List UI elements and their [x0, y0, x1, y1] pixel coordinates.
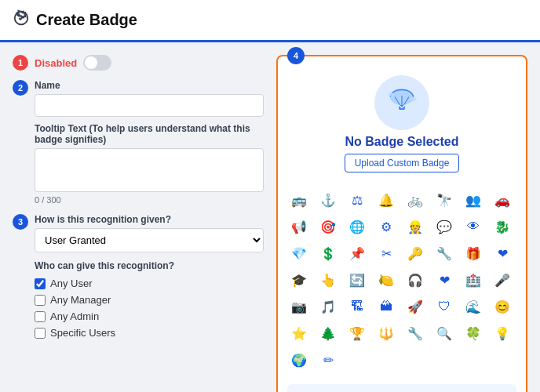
icon-chat[interactable]: 💬 [432, 215, 456, 238]
icon-trophy[interactable]: 🏆 [345, 321, 369, 345]
checkbox-any-manager-input[interactable] [35, 295, 46, 306]
checkbox-specific-users-label: Specific Users [50, 327, 115, 339]
recognition-select[interactable]: User Granted Auto Granted [35, 228, 264, 252]
disabled-toggle[interactable] [83, 55, 111, 71]
upload-badge-button[interactable]: Upload Custom Badge [345, 154, 460, 172]
icon-car[interactable]: 🚗 [491, 188, 514, 212]
icon-eye[interactable]: 👁 [462, 215, 485, 238]
checkbox-specific-users-input[interactable] [35, 328, 46, 339]
icon-globe2[interactable]: 🌍 [287, 348, 311, 372]
tooltip-label: Tooltip Text (To help users understand w… [35, 123, 264, 145]
badge-panel: 4 [276, 55, 527, 392]
icon-pin[interactable]: 📌 [345, 241, 369, 265]
step4-badge: 4 [287, 47, 305, 64]
icon-bulb[interactable]: 💡 [491, 321, 514, 345]
checkbox-any-manager[interactable]: Any Manager [35, 294, 264, 306]
recognition-label: How is this recognition given? [35, 214, 264, 225]
icon-globe[interactable]: 🌐 [345, 215, 369, 238]
who-group: Who can give this recognition? Any User … [35, 260, 264, 339]
name-label: Name [35, 80, 264, 91]
icon-mountain[interactable]: 🏔 [374, 295, 398, 318]
icon-dragon[interactable]: 🐉 [491, 215, 514, 238]
icon-anchor[interactable]: ⚓ [316, 188, 340, 212]
checkbox-any-user-label: Any User [50, 278, 92, 289]
step1-section: 1 Disabled [13, 55, 264, 71]
tooltip-input[interactable] [35, 148, 264, 192]
icon-wrench[interactable]: 🔧 [432, 241, 456, 265]
checkbox-any-user[interactable]: Any User [35, 278, 264, 289]
disabled-label: Disabled [35, 57, 77, 69]
step1-badge: 1 [13, 55, 28, 71]
icon-headphone[interactable]: 🎧 [403, 268, 427, 292]
step3-badge: 3 [13, 214, 28, 230]
tooltip-group: Tooltip Text (To help users understand w… [35, 123, 264, 205]
icon-music[interactable]: 🎵 [316, 295, 340, 318]
icon-gift[interactable]: 🎁 [462, 241, 485, 265]
icon-scissors[interactable]: ✂ [374, 241, 398, 265]
icon-pencil[interactable]: ✏ [316, 348, 340, 372]
icon-worker[interactable]: 👷 [403, 215, 427, 238]
info-box: ℹ Supported formats include: jpg and png… [287, 384, 516, 392]
icon-diamond[interactable]: 💎 [287, 241, 311, 265]
icon-mic[interactable]: 🎤 [491, 268, 514, 292]
icon-search[interactable]: 🔍 [432, 321, 456, 345]
icon-gear[interactable]: ⚙ [374, 215, 398, 238]
icon-star[interactable]: ⭐ [287, 321, 311, 345]
icon-target[interactable]: 🎯 [316, 215, 340, 238]
icon-rocket[interactable]: 🚀 [403, 295, 427, 318]
step2-badge: 2 [13, 80, 28, 96]
icon-camera[interactable]: 📷 [287, 295, 311, 318]
no-badge-text: No Badge Selected [345, 135, 459, 149]
icon-shield[interactable]: 🛡 [432, 295, 456, 318]
svg-point-7 [410, 97, 417, 101]
page-title: Create Badge [36, 11, 137, 29]
icon-crane[interactable]: 🏗 [345, 295, 369, 318]
badge-preview: No Badge Selected Upload Custom Badge [287, 66, 516, 179]
badge-icon-area [374, 75, 429, 130]
checkbox-any-admin-label: Any Admin [50, 310, 99, 322]
svg-point-6 [389, 93, 395, 96]
checkbox-group: Any User Any Manager Any Admin [35, 278, 264, 339]
step3-section: 3 How is this recognition given? User Gr… [13, 214, 264, 339]
icon-megaphone[interactable]: 📢 [287, 215, 311, 238]
who-label: Who can give this recognition? [35, 260, 264, 271]
parachute-svg [383, 84, 421, 122]
icon-refresh[interactable]: 🔄 [345, 268, 369, 292]
left-panel: 1 Disabled 2 Name Tooltip Text (To help … [13, 55, 264, 392]
icon-graduation[interactable]: 🎓 [287, 268, 311, 292]
icon-clover[interactable]: 🍀 [462, 321, 485, 345]
page-header: Create Badge [0, 0, 540, 42]
name-input[interactable] [35, 94, 264, 117]
icon-group[interactable]: 👥 [462, 188, 485, 212]
recognition-group: How is this recognition given? User Gran… [35, 214, 264, 252]
icon-hospital[interactable]: 🏥 [462, 268, 485, 292]
checkbox-any-user-input[interactable] [35, 278, 46, 289]
icon-bell[interactable]: 🔔 [374, 188, 398, 212]
step2-content: Name Tooltip Text (To help users underst… [35, 80, 264, 205]
icon-bike[interactable]: 🚲 [403, 188, 427, 212]
badge-icon [13, 9, 30, 31]
checkbox-any-manager-label: Any Manager [50, 294, 111, 306]
icon-hand-point[interactable]: 👆 [316, 268, 340, 292]
char-count: 0 / 300 [35, 195, 264, 205]
icon-heart[interactable]: ❤ [491, 241, 514, 265]
icon-trident[interactable]: 🔱 [374, 321, 398, 345]
step2-section: 2 Name Tooltip Text (To help users under… [13, 80, 264, 205]
step3-content: How is this recognition given? User Gran… [35, 214, 264, 339]
icon-heart2[interactable]: ❤ [432, 268, 456, 292]
checkbox-any-admin[interactable]: Any Admin [35, 310, 264, 322]
icon-scale[interactable]: ⚖ [345, 188, 369, 212]
icon-tree[interactable]: 🌲 [316, 321, 340, 345]
icon-wave[interactable]: 🌊 [462, 295, 485, 318]
icon-wrench2[interactable]: 🔧 [403, 321, 427, 345]
icon-smile[interactable]: 😊 [491, 295, 514, 318]
icon-key[interactable]: 🔑 [403, 241, 427, 265]
icon-lemon[interactable]: 🍋 [374, 268, 398, 292]
checkbox-any-admin-input[interactable] [35, 311, 46, 322]
icon-bus[interactable]: 🚌 [287, 188, 311, 212]
icons-grid: 🚌 ⚓ ⚖ 🔔 🚲 🔭 👥 🚗 📢 🎯 🌐 ⚙ 👷 💬 👁 🐉 💎 [287, 185, 516, 375]
checkbox-specific-users[interactable]: Specific Users [35, 327, 264, 339]
toggle-slider [83, 55, 111, 71]
icon-dollar[interactable]: 💲 [316, 241, 340, 265]
icon-binoculars[interactable]: 🔭 [432, 188, 456, 212]
